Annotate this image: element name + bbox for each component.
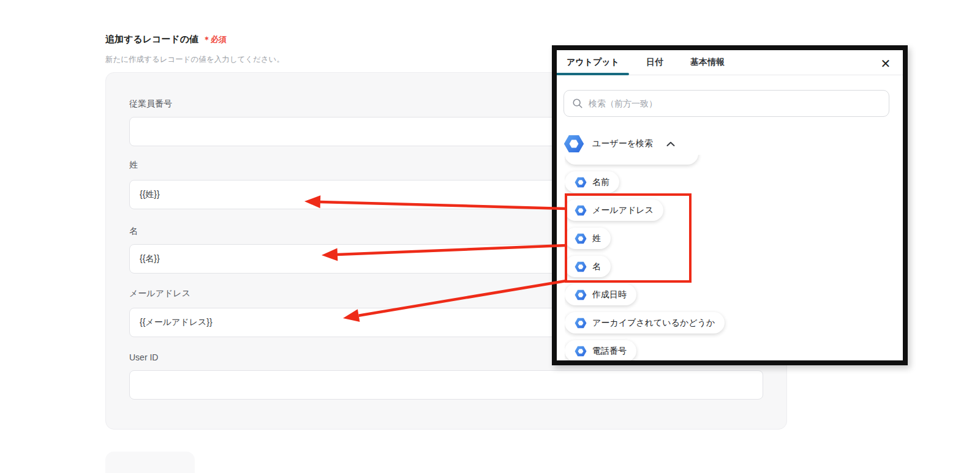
output-pill-clipped[interactable] (565, 155, 698, 165)
field-label-employee-number: 従業員番号 (129, 99, 172, 110)
output-pill-label: 姓 (592, 233, 601, 244)
page-title: 追加するレコードの値 ＊必須 (105, 34, 227, 45)
required-badge: ＊必須 (203, 34, 227, 45)
output-hexagon-icon (575, 204, 587, 217)
field-label-last-name: 姓 (129, 160, 138, 171)
section-label: ユーザーを検索 (592, 138, 653, 149)
output-hexagon-icon (575, 261, 587, 273)
output-pill-label: 作成日時 (592, 289, 627, 300)
close-button[interactable]: ✕ (877, 55, 894, 72)
user-id-field[interactable] (129, 370, 763, 400)
output-pill-label: 名 (592, 261, 601, 272)
output-pill-label: 名前 (592, 177, 609, 188)
app-hexagon-icon (564, 133, 584, 154)
output-variable-list: 名前 メールアドレス 姓 名 作成日時 アーカイブされているかどうか (565, 155, 899, 360)
field-label-email: メールアドレス (129, 288, 190, 299)
output-hexagon-icon (575, 345, 587, 357)
panel-tabs: アウトプット 日付 基本情報 (557, 50, 903, 75)
field-label-first-name: 名 (129, 226, 138, 237)
chevron-up-icon[interactable] (666, 141, 675, 147)
output-pill-phone[interactable]: 電話番号 (565, 340, 636, 360)
output-pill-first-name[interactable]: 名 (565, 256, 611, 277)
tab-basic-info[interactable]: 基本情報 (680, 50, 734, 75)
output-hexagon-icon (575, 233, 587, 245)
section-user-search[interactable]: ユーザーを検索 (564, 133, 675, 154)
output-panel-body: アウトプット 日付 基本情報 ✕ ユーザーを検索 名前 (557, 50, 903, 360)
output-hexagon-icon (575, 176, 587, 188)
tab-output[interactable]: アウトプット (557, 50, 629, 75)
close-icon: ✕ (881, 56, 891, 71)
output-pill-label: メールアドレス (592, 205, 654, 216)
output-pill-label: アーカイブされているかどうか (592, 318, 715, 329)
search-box[interactable] (564, 90, 889, 117)
output-pill-last-name[interactable]: 姓 (565, 228, 611, 249)
search-input[interactable] (589, 99, 881, 108)
page: { "header": { "title": "追加するレコードの値", "re… (0, 0, 980, 473)
output-pill-email[interactable]: メールアドレス (565, 199, 663, 221)
output-pill-archived[interactable]: アーカイブされているかどうか (565, 312, 725, 333)
output-pill-created-at[interactable]: 作成日時 (565, 284, 636, 305)
bottom-partial-card (105, 452, 195, 473)
page-title-text: 追加するレコードの値 (105, 34, 198, 45)
output-pill-label: 電話番号 (592, 346, 627, 357)
output-pill-name[interactable]: 名前 (565, 171, 619, 193)
output-hexagon-icon (575, 289, 587, 301)
output-hexagon-icon (575, 317, 587, 329)
output-panel: アウトプット 日付 基本情報 ✕ ユーザーを検索 名前 (552, 45, 908, 365)
search-icon (572, 98, 583, 109)
field-label-user-id: User ID (129, 352, 158, 362)
tab-date[interactable]: 日付 (636, 50, 673, 75)
page-subtitle: 新たに作成するレコードの値を入力してください。 (105, 54, 284, 65)
